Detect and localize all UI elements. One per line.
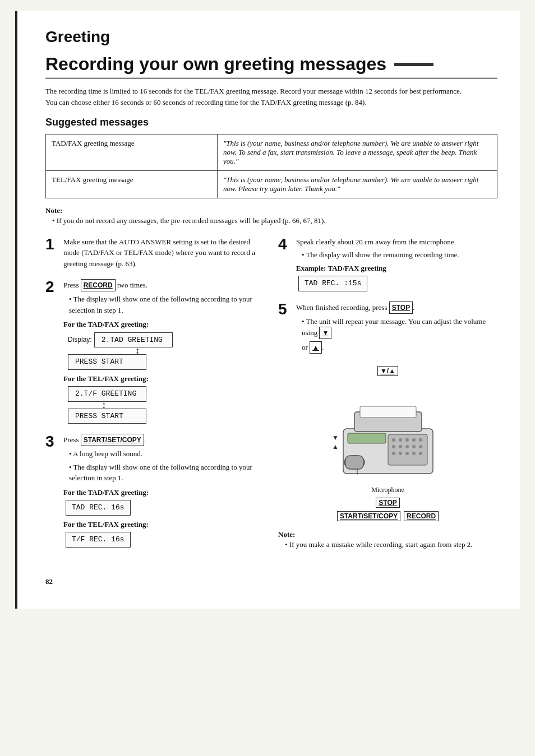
svg-point-11 [405,445,409,448]
step-4-bullet-1: The display will show the remaining reco… [296,249,497,261]
table-cell-message-2: "This is (your name, business and/or tel… [217,171,497,198]
step-3: 3 Press START/SET/COPY. A long beep will… [45,434,265,548]
start-set-copy-button-label: START/SET/COPY [337,511,400,521]
stop-button-label: STOP [376,498,399,508]
page-title: Greeting [45,28,497,46]
svg-point-5 [399,438,402,442]
step-3-content: Press START/SET/COPY. A long beep will s… [63,434,265,548]
step-number-5: 5 [278,302,290,356]
vol-up-key: ▲ [310,341,322,354]
tf-rec-16s: T/F REC. 16s [66,532,131,548]
svg-point-9 [392,445,395,448]
display-section-tel: 2.T/F GREETING ↕ PRESS START [68,386,265,424]
table-row: TEL/FAX greeting message "This is (your … [46,171,497,198]
display-tad-greeting: 2.TAD GREETING [94,332,173,348]
step-5-content: When finished recording, press STOP. The… [296,302,497,356]
step-number-3: 3 [45,434,58,548]
step-3-bullet-1: A long beep will sound. [63,448,265,460]
for-tad-label-3: For the TAD/FAX greeting: [63,487,265,498]
bottom-buttons: STOP [376,498,399,508]
svg-rect-2 [360,406,416,418]
svg-point-14 [392,452,395,455]
record-key: RECORD [81,279,116,291]
svg-point-16 [405,452,409,455]
svg-point-8 [419,438,422,442]
note1-label: Note: [45,206,497,215]
svg-point-6 [405,438,409,442]
page: Greeting Recording your own greeting mes… [15,11,520,609]
step-4-content: Speak clearly about 20 cm away from the … [296,236,497,291]
step-5: 5 When finished recording, press STOP. T… [278,302,497,356]
display-press-start-2: PRESS START [68,409,146,424]
note1-item-1: If you do not record any messages, the p… [45,215,497,226]
step-1-content: Make sure that the AUTO ANSWER setting i… [63,236,265,270]
page-number: 82 [45,577,497,586]
fax-illustration: ▼/▲ [278,366,497,521]
start-set-copy-key: START/SET/COPY [81,434,144,446]
step-number-4: 4 [278,236,290,291]
vol-down-key: ▼ [319,327,331,339]
svg-point-15 [399,452,402,455]
display-press-start-1: PRESS START [68,354,146,370]
svg-point-7 [412,438,416,442]
svg-point-10 [399,445,402,448]
for-tel-label-3: For the TEL/FAX greeting: [63,519,265,530]
step-2: 2 Press RECORD two times. The display wi… [45,279,265,424]
for-tad-label-2: For the TAD/FAX greeting: [63,319,265,330]
left-column: 1 Make sure that the AUTO ANSWER setting… [45,236,265,560]
record-button-label: RECORD [404,511,439,521]
two-column-layout: 1 Make sure that the AUTO ANSWER setting… [45,236,497,560]
svg-rect-21 [345,456,363,469]
note1: Note: If you do not record any messages,… [45,206,497,226]
svg-point-17 [412,452,416,455]
step-number-2: 2 [45,279,58,424]
vol-combined-box: ▼/▲ [377,366,398,376]
messages-table: TAD/FAX greeting message "This is (your … [45,134,497,198]
table-cell-label-1: TAD/FAX greeting message [46,134,218,171]
tad-rec-15s: TAD REC. :15s [298,276,367,291]
bottom-buttons-2: START/SET/COPY RECORD [337,511,439,521]
microphone-label: Microphone [371,486,404,494]
table-cell-label-2: TEL/FAX greeting message [46,171,218,198]
right-column: 4 Speak clearly about 20 cm away from th… [278,236,497,560]
note2-item-1: If you make a mistake while recording, s… [278,539,497,550]
example-label: Example: TAD/FAX greeting [296,264,386,272]
svg-text:▲: ▲ [332,443,339,451]
section-title: Recording your own greeting messages [45,54,497,79]
tad-rec-16s: TAD REC. 16s [66,500,131,516]
step-5-bullet-1: The unit will repeat your message. You c… [296,316,497,340]
table-cell-message-1: "This is (your name, business and/or tel… [217,134,497,171]
step-2-content: Press RECORD two times. The display will… [63,279,265,424]
step-number-1: 1 [45,236,58,270]
table-row: TAD/FAX greeting message "This is (your … [46,134,497,171]
subsection-title: Suggested messages [45,117,497,128]
svg-point-12 [412,445,416,448]
note2-label: Note: [278,530,497,539]
svg-point-13 [419,445,422,448]
step-1: 1 Make sure that the AUTO ANSWER setting… [45,236,265,270]
step-4: 4 Speak clearly about 20 cm away from th… [278,236,497,291]
svg-point-18 [419,452,422,455]
stop-key: STOP [389,302,413,314]
note2: Note: If you make a mistake while record… [278,530,497,550]
svg-text:▼: ▼ [332,434,339,442]
display-section: Display: 2.TAD GREETING ↕ PRESS START [68,332,265,370]
svg-rect-19 [348,433,386,443]
fax-machine-svg: ▼ ▲ [326,378,450,485]
step-3-bullet-2: The display will show one of the followi… [63,462,265,484]
step-2-bullet-1: The display will show one of the followi… [63,294,265,316]
intro-text: The recording time is limited to 16 seco… [45,86,497,108]
display-tf-greeting: 2.T/F GREETING [68,386,146,402]
for-tel-label-2: For the TEL/FAX greeting: [63,373,265,384]
svg-point-4 [392,438,395,442]
